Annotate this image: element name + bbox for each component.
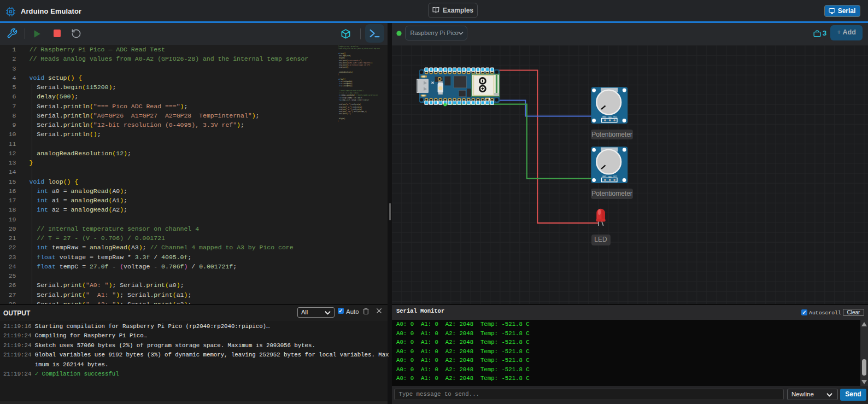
svg-text:SIG: SIG <box>608 116 612 119</box>
svg-text:VCC: VCC <box>613 116 618 118</box>
svg-text:VCC: VCC <box>613 175 618 178</box>
svg-text:GND: GND <box>602 175 606 178</box>
svg-text:SIG: SIG <box>608 176 612 178</box>
svg-text:GND: GND <box>602 116 606 118</box>
